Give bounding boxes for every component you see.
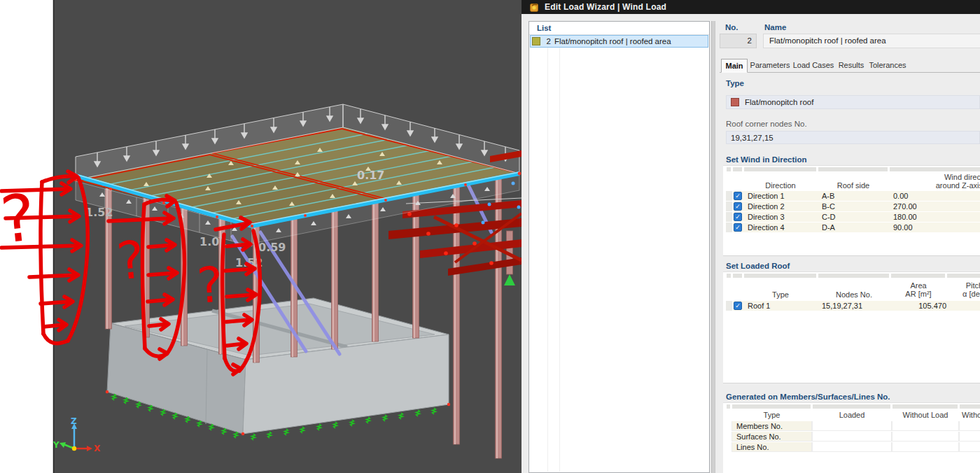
col-header-wind-direction[interactable]: Wind direct around Z-axis [889, 173, 980, 190]
angle-cell: 0.00 [893, 191, 908, 202]
generated-section-title: Generated on Members/Surfaces/Lines No. [726, 393, 890, 401]
question-mark-annotation: ? [195, 256, 225, 315]
load-color-swatch [532, 37, 540, 45]
load-list-panel: List 2 Flat/monopitch roof | roofed area [528, 21, 710, 473]
axis-x-label: X [94, 444, 101, 453]
dialog-titlebar[interactable]: Edit Load Wizard | Wind Load [522, 0, 980, 14]
edit-load-wizard-dialog: Edit Load Wizard | Wind Load List 2 Flat… [522, 0, 980, 473]
wind-row-1[interactable]: ✓ Direction 1 A-B 0.00 [726, 191, 980, 202]
col-header-without-load-2[interactable]: Witho [962, 411, 980, 419]
without-load-cell[interactable] [892, 421, 959, 431]
loaded-roof-section-title: Set Loaded Roof [726, 262, 790, 270]
row-handle[interactable] [726, 191, 733, 201]
list-item-selected[interactable]: 2 Flat/monopitch roof | roofed area [530, 35, 708, 48]
extra-cell[interactable] [959, 442, 980, 452]
row-label: Surfaces No. [732, 432, 812, 442]
name-field[interactable]: Flat/monopitch roof | roofed area [763, 34, 980, 48]
model-3d-viewport[interactable]: Z Y X 1.52 1.01 0.59 1.52 0.17 [0, 0, 522, 473]
col-header-without-load[interactable]: Without Load [892, 411, 959, 419]
list-item-label: Flat/monopitch roof | roofed area [554, 37, 671, 45]
type-value-row[interactable]: Flat/monopitch roof [726, 95, 980, 109]
screenshot-stage: Z Y X 1.52 1.01 0.59 1.52 0.17 [0, 0, 980, 473]
roof-side-cell: D-A [822, 223, 835, 233]
roof-nodes-field[interactable]: 19,31,27,15 [726, 131, 980, 144]
checkbox-checked-icon[interactable]: ✓ [734, 302, 742, 310]
type-color-swatch [731, 98, 739, 106]
col-header-type[interactable]: Type [732, 411, 812, 419]
row-handle[interactable] [726, 202, 733, 211]
axis-y-label: Y [52, 440, 59, 450]
tab-load-cases[interactable]: Load Cases [792, 59, 834, 72]
col-header-type[interactable]: Type [743, 290, 818, 299]
angle-cell: 90.00 [893, 223, 913, 233]
col-header-area[interactable]: Area AR [m²] [890, 281, 946, 298]
roof-side-cell: A-B [822, 191, 834, 202]
loaded-cell[interactable] [812, 421, 892, 431]
col-header-roof-side[interactable]: Roof side [818, 181, 889, 190]
checkbox-checked-icon[interactable]: ✓ [734, 223, 742, 232]
list-column-separator [547, 35, 548, 472]
roof-side-cell: C-D [822, 212, 836, 223]
row-label: Lines No. [732, 442, 812, 452]
list-item-number: 2 [542, 37, 551, 45]
generated-table: Type Loaded Without Load Witho Members N… [723, 402, 980, 473]
list-header: List [529, 22, 709, 35]
col-header-area-line1: Area [910, 281, 926, 290]
tab-parameters[interactable]: Parameters [749, 59, 791, 72]
axis-z-label: Z [71, 416, 77, 426]
panel-splitter[interactable] [711, 21, 715, 473]
tab-tolerances[interactable]: Tolerances [868, 59, 907, 72]
col-header-direction[interactable]: Direction [743, 181, 818, 190]
wind-direction-table: Direction Roof side Wind direct around Z… [723, 165, 980, 256]
checkbox-checked-icon[interactable]: ✓ [734, 202, 742, 211]
wind-section-title: Set Wind in Direction [726, 155, 807, 164]
without-load-cell[interactable] [892, 432, 959, 442]
col-header-nodes[interactable]: Nodes No. [818, 290, 890, 299]
roof-nodes-label: Roof corner nodes No. [726, 120, 807, 128]
direction-cell: Direction 3 [748, 212, 785, 223]
type-value: Flat/monopitch roof [745, 98, 813, 106]
angle-cell: 270.00 [893, 202, 917, 212]
angle-cell: 180.00 [893, 212, 917, 223]
list-column-separator [559, 35, 560, 472]
loaded-cell[interactable] [812, 432, 892, 442]
extra-cell[interactable] [959, 432, 980, 442]
tab-results[interactable]: Results [836, 59, 867, 72]
col-header-pitch[interactable]: Pitch α [deg] [946, 281, 980, 298]
dialog-title: Edit Load Wizard | Wind Load [545, 2, 666, 12]
direction-cell: Direction 1 [748, 191, 785, 202]
tab-main[interactable]: Main [721, 59, 748, 73]
row-handle[interactable] [726, 223, 733, 232]
tab-strip: Main Parameters Load Cases Results Toler… [720, 59, 980, 73]
col-header-wind-direction-line2: around Z-axis [936, 181, 980, 190]
wind-row-2[interactable]: ✓ Direction 2 B-C 270.00 [726, 202, 980, 212]
without-load-cell[interactable] [892, 442, 959, 452]
col-header-wind-direction-line1: Wind direct [944, 173, 980, 181]
direction-cell: Direction 4 [748, 223, 785, 233]
roof-side-cell: B-C [822, 202, 835, 212]
type-cell: Roof 1 [748, 301, 770, 311]
row-handle[interactable] [726, 301, 733, 311]
value-label: 1.52 [85, 206, 113, 219]
col-header-pitch-line1: Pitch [966, 281, 980, 290]
col-header-pitch-line2: α [deg] [962, 290, 980, 298]
load-wizard-icon [530, 3, 539, 12]
no-field[interactable]: 2 [720, 34, 757, 48]
col-header-area-line2: AR [m²] [905, 290, 931, 298]
loaded-roof-row-1[interactable]: ✓ Roof 1 15,19,27,31 105.470 [726, 301, 980, 311]
wind-row-3[interactable]: ✓ Direction 3 C-D 180.00 [726, 212, 980, 223]
loaded-cell[interactable] [812, 442, 892, 452]
main-pane: No. 2 Name Flat/monopitch roof | roofed … [720, 20, 980, 473]
loaded-roof-table: Type Nodes No. Area AR [m²] Pitch α [deg… [723, 271, 980, 383]
checkbox-checked-icon[interactable]: ✓ [734, 213, 742, 221]
nodes-cell: 15,19,27,31 [822, 301, 862, 311]
direction-cell: Direction 2 [748, 202, 785, 212]
checkbox-checked-icon[interactable]: ✓ [734, 192, 742, 200]
row-label: Members No. [732, 421, 812, 431]
extra-cell[interactable] [959, 421, 980, 431]
row-handle[interactable] [726, 212, 733, 222]
value-label: 0.59 [258, 241, 286, 254]
col-header-loaded[interactable]: Loaded [812, 411, 892, 419]
no-label: No. [725, 23, 738, 31]
wind-row-4[interactable]: ✓ Direction 4 D-A 90.00 [726, 223, 980, 233]
